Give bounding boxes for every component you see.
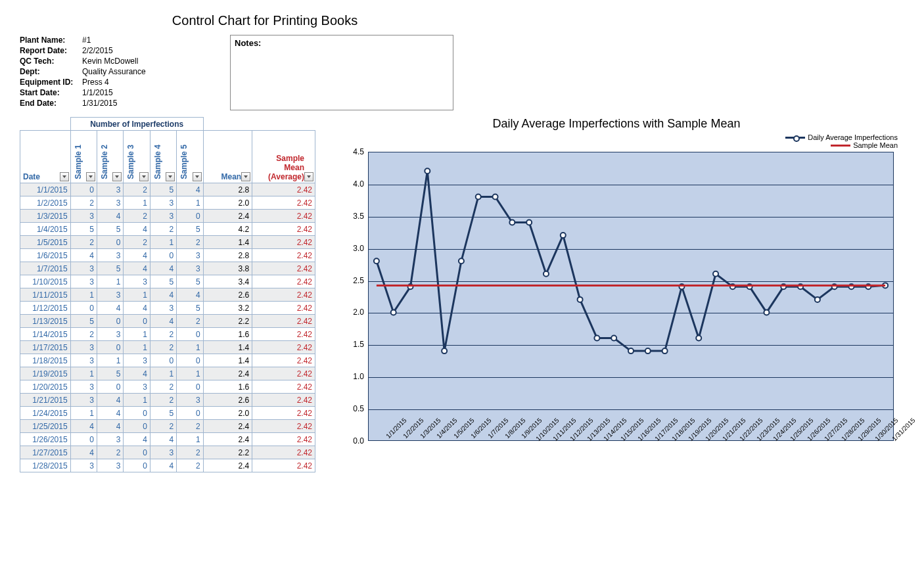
sample-column-header-2[interactable]: Sample 2 (97, 131, 124, 183)
sample-mean-cell: 2.42 (252, 380, 315, 394)
mean-cell: 2.0 (203, 407, 252, 420)
sample-cell: 2 (97, 446, 124, 459)
meta-row: End Date:1/31/2015 (20, 98, 217, 108)
gridline (369, 281, 893, 282)
sample-cell: 2 (150, 341, 176, 354)
sample-cell: 0 (70, 183, 97, 196)
meta-row: Plant Name:#1 (20, 35, 217, 45)
gridline (369, 313, 893, 313)
sample-cell: 4 (97, 394, 124, 407)
sample-cell: 3 (97, 288, 124, 302)
sample-column-header-5[interactable]: Sample 5 (177, 131, 203, 183)
legend-item: Daily Average Imperfections (785, 133, 898, 141)
date-cell: 1/4/2015 (20, 223, 71, 236)
meta-row: Report Date:2/2/2015 (20, 45, 217, 56)
y-tick-label: 3.5 (342, 212, 364, 221)
table-row: 1/26/2015034412.42.42 (20, 433, 315, 446)
date-cell: 1/13/2015 (20, 315, 71, 328)
filter-dropdown-icon[interactable] (193, 172, 202, 181)
meta-value: Press 4 (82, 77, 217, 87)
legend-item: Sample Mean (831, 141, 898, 149)
filter-dropdown-icon[interactable] (112, 172, 122, 181)
control-chart: Daily Average Imperfections with Sample … (315, 117, 904, 480)
sample-column-header-1[interactable]: Sample 1 (70, 131, 97, 183)
sample-cell: 1 (177, 196, 203, 210)
table-row: 1/20/2015303201.62.42 (20, 380, 315, 394)
sample-cell: 2 (150, 223, 176, 236)
y-tick-label: 4.0 (342, 179, 364, 189)
mean-column-header[interactable]: Mean (203, 131, 252, 183)
date-cell: 1/26/2015 (20, 433, 71, 446)
meta-label: Start Date: (20, 87, 82, 98)
meta-label: End Date: (20, 98, 82, 108)
mean-cell: 2.6 (203, 288, 252, 302)
sample-cell: 3 (150, 302, 176, 315)
table-row: 1/25/2015440222.42.42 (20, 420, 315, 433)
date-cell: 1/14/2015 (20, 328, 71, 341)
notes-box[interactable]: Notes: (230, 35, 453, 110)
mean-cell: 3.8 (203, 262, 252, 275)
filter-dropdown-icon[interactable] (241, 172, 250, 181)
date-cell: 1/10/2015 (20, 275, 71, 288)
meta-label: Dept: (20, 66, 82, 77)
sample-column-header-4[interactable]: Sample 4 (150, 131, 176, 183)
table-row: 1/5/2015202121.42.42 (20, 236, 315, 249)
sample-cell: 4 (124, 223, 150, 236)
sample-cell: 0 (177, 380, 203, 394)
sample-cell: 5 (177, 275, 203, 288)
sample-cell: 4 (70, 446, 97, 459)
y-tick-label: 1.0 (342, 372, 364, 381)
chart-title: Daily Average Imperfections with Sample … (329, 117, 904, 131)
meta-value: #1 (82, 35, 217, 45)
sample-cell: 2 (124, 210, 150, 223)
sample-cell: 3 (150, 196, 176, 210)
mean-cell: 1.6 (203, 380, 252, 394)
mean-cell: 1.4 (203, 236, 252, 249)
filter-dropdown-icon[interactable] (86, 172, 95, 181)
sample-cell: 3 (70, 354, 97, 367)
date-cell: 1/3/2015 (20, 210, 71, 223)
meta-value: 2/2/2015 (82, 45, 217, 56)
table-row: 1/14/2015231201.62.42 (20, 328, 315, 341)
sample-cell: 2 (124, 236, 150, 249)
filter-dropdown-icon[interactable] (166, 172, 175, 181)
sample-cell: 1 (177, 433, 203, 446)
sample-cell: 0 (150, 354, 176, 367)
sample-cell: 1 (97, 354, 124, 367)
date-cell: 1/19/2015 (20, 367, 71, 380)
sample-mean-cell: 2.42 (252, 236, 315, 249)
table-row: 1/19/2015154112.42.42 (20, 367, 315, 380)
sample-cell: 0 (124, 446, 150, 459)
meta-row: Dept:Quality Assurance (20, 66, 217, 77)
sample-mean-cell: 2.42 (252, 262, 315, 275)
sample-cell: 3 (70, 262, 97, 275)
sample-mean-cell: 2.42 (252, 367, 315, 380)
mean-cell: 2.2 (203, 446, 252, 459)
meta-row: Equipment ID:Press 4 (20, 77, 217, 87)
sample-cell: 4 (150, 315, 176, 328)
sample-column-header-3[interactable]: Sample 3 (124, 131, 150, 183)
table-row: 1/17/2015301211.42.42 (20, 341, 315, 354)
sample-cell: 1 (124, 328, 150, 341)
date-cell: 1/21/2015 (20, 394, 71, 407)
date-column-header[interactable]: Date (20, 131, 71, 183)
sample-cell: 2 (177, 446, 203, 459)
sample-mean-column-header[interactable]: Sample Mean (Average) (252, 131, 315, 183)
filter-dropdown-icon[interactable] (139, 172, 149, 181)
sample-mean-cell: 2.42 (252, 302, 315, 315)
sample-cell: 5 (70, 223, 97, 236)
sample-cell: 1 (124, 394, 150, 407)
chart-plot: 0.00.51.01.52.02.53.03.54.04.51/1/20151/… (342, 152, 894, 480)
filter-dropdown-icon[interactable] (60, 172, 69, 181)
sample-cell: 1 (70, 407, 97, 420)
sample-cell: 3 (177, 394, 203, 407)
date-cell: 1/12/2015 (20, 302, 71, 315)
sample-cell: 4 (124, 249, 150, 262)
sample-cell: 3 (70, 275, 97, 288)
notes-label: Notes: (235, 38, 261, 48)
mean-cell: 2.4 (203, 367, 252, 380)
sample-mean-cell: 2.42 (252, 394, 315, 407)
filter-dropdown-icon[interactable] (304, 172, 313, 181)
sample-cell: 3 (124, 354, 150, 367)
sample-cell: 4 (150, 262, 176, 275)
